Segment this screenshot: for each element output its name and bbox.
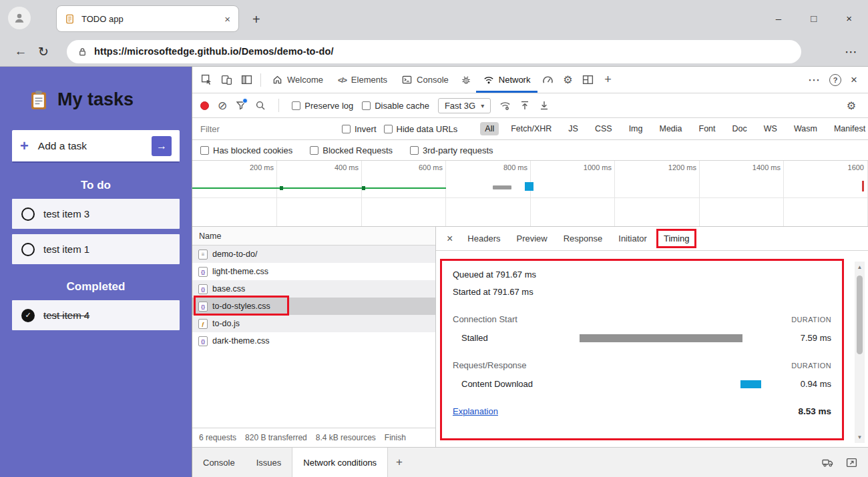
filter-type-media[interactable]: Media	[654, 122, 686, 135]
filter-type-manifest[interactable]: Manifest	[829, 122, 868, 135]
third-party-requests-checkbox[interactable]: 3rd-party requests	[410, 145, 493, 155]
checkbox-label: Preserve log	[304, 101, 353, 111]
record-button[interactable]	[200, 101, 209, 110]
refresh-button[interactable]: ↻	[32, 44, 55, 59]
task-checkbox[interactable]	[21, 207, 35, 221]
performance-gauge-icon[interactable]	[537, 70, 558, 90]
add-drawer-tab-button[interactable]: +	[388, 448, 411, 477]
blocked-requests-checkbox[interactable]: Blocked Requests	[310, 145, 393, 155]
network-overview-timeline[interactable]: 200 ms 400 ms 600 ms 800 ms 1000 ms 1200…	[192, 161, 868, 227]
checkbox-label: 3rd-party requests	[423, 145, 493, 155]
task-item[interactable]: test item 1	[12, 234, 180, 264]
export-har-icon[interactable]	[539, 100, 550, 111]
close-devtools-button[interactable]: ×	[851, 73, 857, 87]
tab-initiator[interactable]: Initiator	[612, 229, 654, 248]
filter-type-fetch-xhr[interactable]: Fetch/XHR	[506, 122, 556, 135]
details-scrollbar[interactable]: ▲ ▼	[855, 262, 865, 443]
filter-type-all[interactable]: All	[480, 122, 499, 135]
tab-response[interactable]: Response	[557, 229, 610, 248]
settings-gear-icon[interactable]: ⚙	[558, 70, 578, 90]
filter-type-font[interactable]: Font	[694, 122, 720, 135]
request-row[interactable]: ƒ to-do.js	[192, 315, 435, 332]
filter-type-ws[interactable]: WS	[759, 122, 782, 135]
hide-data-urls-checkbox[interactable]: Hide data URLs	[384, 124, 458, 134]
clear-button[interactable]: ⊘	[218, 99, 227, 113]
window-close-button[interactable]: ×	[846, 13, 852, 24]
has-blocked-cookies-checkbox[interactable]: Has blocked cookies	[200, 145, 292, 155]
import-har-icon[interactable]	[519, 100, 530, 111]
tab-headers[interactable]: Headers	[461, 229, 507, 248]
network-settings-gear-icon[interactable]: ⚙	[847, 99, 856, 112]
scroll-up-icon[interactable]: ▲	[857, 262, 863, 273]
filter-type-js[interactable]: JS	[564, 122, 583, 135]
disable-cache-checkbox[interactable]: Disable cache	[362, 101, 429, 111]
name-column-header[interactable]: Name	[192, 227, 435, 246]
tab-preview[interactable]: Preview	[509, 229, 554, 248]
drawer-tab-issues[interactable]: Issues	[246, 448, 292, 477]
search-icon[interactable]	[255, 100, 266, 111]
submit-task-button[interactable]: →	[152, 136, 172, 156]
throttling-dropdown[interactable]: Fast 3G ▾	[438, 98, 491, 113]
preserve-log-checkbox[interactable]: Preserve log	[292, 101, 353, 111]
open-panel-icon[interactable]	[846, 457, 857, 468]
browser-menu-button[interactable]: ⋯	[845, 44, 857, 59]
add-task-button[interactable]: + Add a task →	[12, 130, 180, 163]
checkbox-box	[200, 146, 209, 155]
network-conditions-icon[interactable]	[499, 100, 511, 111]
tab-console[interactable]: Console	[395, 67, 456, 93]
invert-checkbox[interactable]: Invert	[342, 124, 377, 134]
close-details-icon[interactable]: ×	[447, 233, 453, 245]
tab-timing[interactable]: Timing	[656, 229, 697, 248]
window-maximize-button[interactable]: □	[811, 13, 817, 24]
drawer-tab-console[interactable]: Console	[192, 448, 246, 477]
tab-elements[interactable]: </> Elements	[331, 67, 395, 93]
profile-avatar[interactable]	[8, 7, 31, 29]
url-text: https://microsoftedge.github.io/Demos/de…	[94, 46, 334, 57]
completed-task-item[interactable]: ✓ test item 4	[12, 300, 180, 330]
filter-type-wasm[interactable]: Wasm	[789, 122, 822, 135]
request-row[interactable]: {} base.css	[192, 280, 435, 298]
scroll-down-icon[interactable]: ▼	[857, 432, 863, 443]
filter-type-img[interactable]: Img	[624, 122, 648, 135]
help-icon[interactable]: ?	[829, 74, 841, 86]
add-panel-button[interactable]: +	[598, 70, 618, 90]
tab-label: Elements	[351, 75, 387, 85]
request-name: dark-theme.css	[212, 336, 269, 346]
truck-icon[interactable]	[822, 457, 834, 468]
tab-close-icon[interactable]: ×	[224, 13, 230, 25]
tab-network[interactable]: Network	[476, 67, 538, 93]
filter-type-doc[interactable]: Doc	[728, 122, 752, 135]
task-item[interactable]: test item 3	[12, 199, 180, 229]
inspect-element-icon[interactable]	[196, 70, 216, 90]
arrow-right-icon: →	[156, 140, 167, 152]
device-toolbar-icon[interactable]	[216, 70, 236, 90]
layout-panels-icon[interactable]	[578, 70, 598, 90]
address-bar[interactable]: https://microsoftedge.github.io/Demos/de…	[67, 40, 801, 63]
content-download-duration: 0.94 ms	[778, 379, 831, 389]
devtools-menu-button[interactable]: ⋯	[808, 73, 820, 87]
checkbox-label: Hide data URLs	[397, 124, 458, 134]
back-button[interactable]: ←	[9, 44, 32, 59]
window-minimize-button[interactable]: –	[776, 13, 781, 24]
task-checkbox[interactable]	[21, 243, 35, 256]
connection-start-label: Connection Start	[453, 314, 517, 324]
task-checkbox-checked[interactable]: ✓	[21, 309, 35, 322]
stalled-bar	[580, 334, 742, 342]
filter-toggle-icon[interactable]	[236, 100, 246, 111]
request-row-selected[interactable]: {} to-do-styles.css	[192, 298, 435, 315]
request-row[interactable]: {} light-theme.css	[192, 263, 435, 280]
request-row[interactable]: {} dark-theme.css	[192, 332, 435, 350]
drawer-tab-network-conditions[interactable]: Network conditions	[292, 448, 388, 477]
filter-active-badge	[242, 98, 248, 103]
scrollbar-thumb[interactable]	[857, 276, 863, 354]
toggle-panel-icon[interactable]	[236, 70, 256, 90]
request-row[interactable]: ≡ demo-to-do/	[192, 246, 435, 263]
bug-icon[interactable]	[456, 70, 476, 90]
filter-type-css[interactable]: CSS	[590, 122, 617, 135]
toolbar-divider	[260, 73, 261, 87]
filter-input[interactable]	[199, 123, 319, 135]
tab-welcome[interactable]: Welcome	[265, 67, 331, 93]
explanation-link[interactable]: Explanation	[453, 406, 498, 416]
browser-tab[interactable]: TODO app ×	[56, 5, 239, 32]
new-tab-button[interactable]: +	[252, 12, 260, 27]
